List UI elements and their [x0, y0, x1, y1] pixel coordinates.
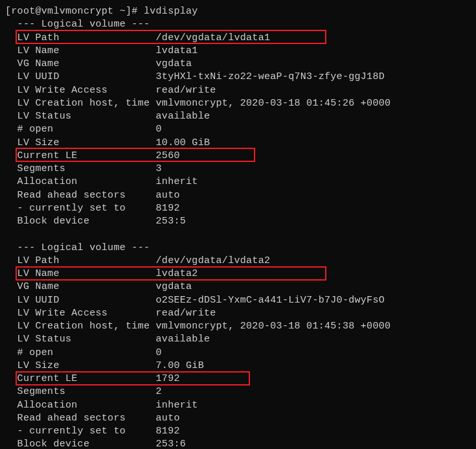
segments-row: Segments 2: [5, 386, 471, 398]
field-value: read/write: [156, 308, 216, 319]
field-label: VG Name: [5, 58, 156, 69]
field-label: Current LE: [5, 150, 156, 161]
field-value: available: [156, 334, 210, 345]
field-value: auto: [156, 190, 180, 201]
field-value: /dev/vgdata/lvdata1: [156, 32, 271, 43]
field-label: LV UUID: [5, 295, 156, 306]
field-value: lvdata2: [156, 268, 198, 279]
field-value: 0: [156, 124, 162, 135]
field-value: 10.00 GiB: [156, 137, 210, 148]
field-value: 8192: [156, 426, 180, 437]
field-value: vgdata: [156, 281, 192, 292]
field-value: lvdata1: [156, 45, 198, 56]
lv-status-row: LV Status available: [5, 333, 471, 346]
field-value: 3tyHXl-txNi-zo22-weaP-q7N3-zfye-ggJ18D: [156, 71, 385, 82]
field-value: inherit: [156, 176, 198, 187]
field-value: vmlvmoncrypt, 2020-03-18 01:45:26 +0000: [156, 98, 391, 109]
field-label: LV Status: [5, 334, 156, 345]
lv-name-row: LV Name lvdata1: [5, 45, 471, 58]
vg-name-row: VG Name vgdata: [5, 58, 471, 71]
field-label: LV Size: [5, 137, 156, 148]
lv-creation-row: LV Creation host, time vmlvmoncrypt, 202…: [5, 97, 471, 110]
field-value: o2SEEz-dDSl-YxmC-a441-LiV7-b7J0-dwyFsO: [156, 295, 385, 306]
terminal-output: [root@vmlvmoncrypt ~]# lvdisplay --- Log…: [5, 5, 471, 449]
field-value: /dev/vgdata/lvdata2: [156, 255, 271, 266]
field-value: available: [156, 111, 210, 122]
field-value: 253:5: [156, 216, 187, 227]
block-device-row: Block device 253:6: [5, 438, 471, 449]
prompt-line: [root@vmlvmoncrypt ~]# lvdisplay: [5, 5, 471, 18]
currently-set-row: - currently set to 8192: [5, 202, 471, 215]
field-label: Read ahead sectors: [5, 190, 156, 201]
field-label: # open: [5, 347, 156, 358]
field-label: Allocation: [5, 176, 156, 187]
lv-path-row: LV Path /dev/vgdata/lvdata2: [5, 255, 471, 268]
field-value: 7.00 GiB: [156, 360, 204, 371]
field-label: LV UUID: [5, 71, 156, 82]
field-value: auto: [156, 413, 180, 424]
field-label: # open: [5, 124, 156, 135]
field-label: Read ahead sectors: [5, 413, 156, 424]
lv-status-row: LV Status available: [5, 110, 471, 123]
open-row: # open 0: [5, 347, 471, 360]
field-label: Segments: [5, 386, 156, 397]
field-value: 2: [156, 386, 162, 397]
vg-name-row: VG Name vgdata: [5, 281, 471, 294]
field-value: 2560: [156, 150, 180, 161]
field-label: LV Size: [5, 360, 156, 371]
current-le-row: Current LE 2560: [5, 150, 471, 163]
field-value: 253:6: [156, 439, 187, 449]
block-device-row: Block device 253:5: [5, 215, 471, 228]
field-value: 1792: [156, 373, 180, 384]
field-label: Allocation: [5, 400, 156, 411]
field-label: LV Path: [5, 32, 156, 43]
field-label: LV Write Access: [5, 308, 156, 319]
blank-line: [5, 228, 471, 241]
allocation-row: Allocation inherit: [5, 399, 471, 412]
field-label: Segments: [5, 163, 156, 174]
segments-row: Segments 3: [5, 163, 471, 176]
field-label: Block device: [5, 439, 156, 449]
field-label: Block device: [5, 216, 156, 227]
field-label: LV Creation host, time: [5, 321, 156, 332]
lv-write-access-row: LV Write Access read/write: [5, 307, 471, 320]
field-value: vmlvmoncrypt, 2020-03-18 01:45:38 +0000: [156, 321, 391, 332]
field-label: LV Creation host, time: [5, 98, 156, 109]
allocation-row: Allocation inherit: [5, 176, 471, 189]
read-ahead-row: Read ahead sectors auto: [5, 189, 471, 202]
field-value: read/write: [156, 85, 216, 96]
currently-set-row: - currently set to 8192: [5, 425, 471, 438]
lv-header: --- Logical volume ---: [5, 18, 471, 31]
field-label: - currently set to: [5, 426, 156, 437]
field-label: Current LE: [5, 373, 156, 384]
command: lvdisplay: [144, 6, 198, 17]
current-le-row: Current LE 1792: [5, 373, 471, 386]
lv-write-access-row: LV Write Access read/write: [5, 84, 471, 97]
lv-size-row: LV Size 7.00 GiB: [5, 360, 471, 373]
field-value: inherit: [156, 400, 198, 411]
field-value: 0: [156, 347, 162, 358]
lv-uuid-row: LV UUID 3tyHXl-txNi-zo22-weaP-q7N3-zfye-…: [5, 71, 471, 84]
field-label: LV Name: [5, 45, 156, 56]
lv-size-row: LV Size 10.00 GiB: [5, 137, 471, 150]
field-value: vgdata: [156, 58, 192, 69]
shell-prompt: [root@vmlvmoncrypt ~]#: [5, 6, 144, 17]
field-value: 3: [156, 163, 162, 174]
field-label: LV Name: [5, 268, 156, 279]
field-label: LV Status: [5, 111, 156, 122]
lv-uuid-row: LV UUID o2SEEz-dDSl-YxmC-a441-LiV7-b7J0-…: [5, 294, 471, 307]
open-row: # open 0: [5, 123, 471, 136]
lv-path-row: LV Path /dev/vgdata/lvdata1: [5, 32, 471, 45]
field-label: LV Write Access: [5, 85, 156, 96]
field-label: VG Name: [5, 281, 156, 292]
lv-header: --- Logical volume ---: [5, 242, 471, 255]
read-ahead-row: Read ahead sectors auto: [5, 412, 471, 425]
lv-creation-row: LV Creation host, time vmlvmoncrypt, 202…: [5, 320, 471, 333]
field-value: 8192: [156, 203, 180, 214]
field-label: LV Path: [5, 255, 156, 266]
field-label: - currently set to: [5, 203, 156, 214]
lv-name-row: LV Name lvdata2: [5, 268, 471, 281]
